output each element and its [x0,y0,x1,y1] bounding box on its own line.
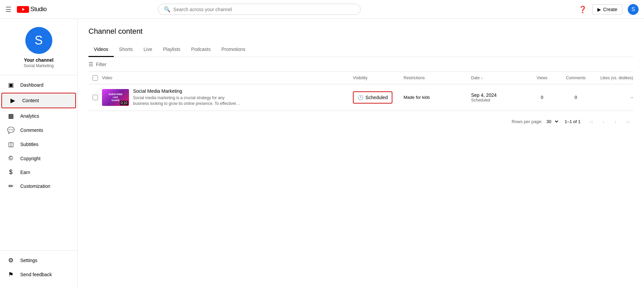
likes-cell: – [593,95,633,100]
views-cell: 0 [525,95,559,100]
settings-icon: ⚙ [7,257,15,264]
page-nav: ‹‹ ‹ › ›› [586,116,633,127]
create-button[interactable]: ▶ Create [592,4,622,15]
sidebar-bottom: ⚙ Settings ⚑ Send feedback [0,250,77,282]
sidebar-label-settings: Settings [20,258,37,263]
sidebar-item-feedback[interactable]: ⚑ Send feedback [0,267,77,282]
header-date[interactable]: Date ↓ [471,76,525,80]
layout: S Your channel Social Marketing ▣ Dashbo… [0,19,644,287]
video-description: Social media marketing is a crucial stra… [133,95,241,107]
tab-promotions[interactable]: Promotions [216,42,251,57]
date-main: Sep 4, 2024 [471,92,525,98]
restrictions-cell: Made for kids [404,95,471,100]
earn-icon: $ [7,169,15,176]
date-sub: Scheduled [471,98,525,103]
header-views: Views [525,76,559,80]
video-info: Social Media Marketing Social media mark… [133,88,241,107]
sidebar: S Your channel Social Marketing ▣ Dashbo… [0,19,78,287]
search-bar[interactable]: 🔍 [158,4,361,15]
row-check[interactable] [88,95,102,100]
first-page-button[interactable]: ‹‹ [586,116,597,127]
tab-podcasts[interactable]: Podcasts [186,42,216,57]
visibility-box[interactable]: 🕐 Scheduled [353,91,392,104]
rows-per-page-select[interactable]: 30 50 100 [545,119,559,124]
last-page-button[interactable]: ›› [622,116,633,127]
channel-subtitle: Social Marketing [24,63,54,68]
sidebar-item-comments[interactable]: 💬 Comments [0,123,77,137]
comments-icon: 💬 [7,126,15,134]
search-icon: 🔍 [164,6,171,12]
header: ☰ Studio 🔍 ❓ ▶ Create S [0,0,644,19]
rows-per-page: Rows per page: 30 50 100 [512,119,559,124]
prev-page-button[interactable]: ‹ [598,116,609,127]
sidebar-item-settings[interactable]: ⚙ Settings [0,253,77,267]
tab-videos[interactable]: Videos [88,42,114,57]
sidebar-label-comments: Comments [20,127,43,133]
pagination: Rows per page: 30 50 100 1–1 of 1 ‹‹ ‹ ›… [88,111,633,133]
thumb-subscribe: SUBSCRIBE [108,93,122,95]
avatar-letter: S [632,6,635,12]
date-cell: Sep 4, 2024 Scheduled [471,92,525,103]
page-title: Channel content [88,27,633,36]
page-info: 1–1 of 1 [565,119,581,124]
sidebar-item-dashboard[interactable]: ▣ Dashboard [0,78,77,92]
header-visibility: Visibility [353,76,404,80]
sidebar-item-analytics[interactable]: ▩ Analytics [0,109,77,123]
channel-info: S Your channel Social Marketing [0,24,77,75]
hamburger-icon[interactable]: ☰ [5,5,11,13]
sidebar-item-copyright[interactable]: © Copyright [0,151,77,165]
tab-live[interactable]: Live [138,42,158,57]
channel-avatar-letter: S [34,33,43,48]
help-icon[interactable]: ❓ [578,5,587,13]
copyright-icon: © [7,155,15,162]
search-input[interactable] [173,7,355,12]
sidebar-item-customization[interactable]: ✏ Customization [0,179,77,193]
tab-playlists[interactable]: Playlists [158,42,186,57]
sidebar-item-subtitles[interactable]: ◫ Subtitles [0,137,77,151]
rows-per-page-label: Rows per page: [512,119,542,124]
logo[interactable]: Studio [17,6,47,13]
clock-icon: 🕐 [358,95,363,100]
header-right: ❓ ▶ Create S [578,4,639,15]
header-comments: Comments [559,76,593,80]
dashboard-icon: ▣ [7,81,15,89]
sidebar-label-dashboard: Dashboard [20,82,44,88]
row-checkbox[interactable] [93,95,98,100]
tabs: Videos Shorts Live Playlists Podcasts Pr… [88,42,633,57]
tab-shorts[interactable]: Shorts [114,42,138,57]
filter-icon: ☰ [88,61,93,67]
video-duration: 0:10 [120,101,128,105]
table-header: Video Visibility Restrictions Date ↓ Vie… [88,72,633,84]
logo-text: Studio [30,6,47,13]
sidebar-label-content: Content [22,98,39,103]
next-page-button[interactable]: › [610,116,621,127]
visibility-cell[interactable]: 🕐 Scheduled [353,91,404,104]
thumb-share: SHARE [111,99,120,102]
sidebar-label-customization: Customization [20,183,50,189]
sidebar-label-feedback: Send feedback [20,272,52,277]
create-label: Create [603,7,617,12]
video-thumbnail[interactable]: SUBSCRIBE LIKE SHARE 0:10 [102,89,129,106]
create-icon: ▶ [597,7,601,12]
sidebar-item-earn[interactable]: $ Earn [0,165,77,179]
filter-label[interactable]: Filter [96,62,106,67]
sidebar-label-copyright: Copyright [20,156,41,161]
main-content: Channel content Videos Shorts Live Playl… [78,19,644,287]
sidebar-label-subtitles: Subtitles [20,142,38,147]
customization-icon: ✏ [7,182,15,190]
video-title[interactable]: Social Media Marketing [133,88,241,94]
thumb-like: LIKE [113,96,118,98]
select-all-checkbox[interactable] [93,75,98,81]
sidebar-item-content[interactable]: ▶ Content [1,93,76,108]
youtube-logo [17,6,29,13]
sidebar-label-analytics: Analytics [20,113,39,119]
sidebar-label-earn: Earn [20,170,30,175]
video-cell: SUBSCRIBE LIKE SHARE 0:10 Social Media M… [102,88,353,107]
header-likes: Likes (vs. dislikes) [593,76,633,80]
avatar[interactable]: S [628,4,639,15]
comments-cell: 0 [559,95,593,100]
channel-avatar[interactable]: S [25,27,52,54]
header-check[interactable] [88,75,102,81]
visibility-label: Scheduled [365,95,388,100]
header-video: Video [102,76,353,80]
